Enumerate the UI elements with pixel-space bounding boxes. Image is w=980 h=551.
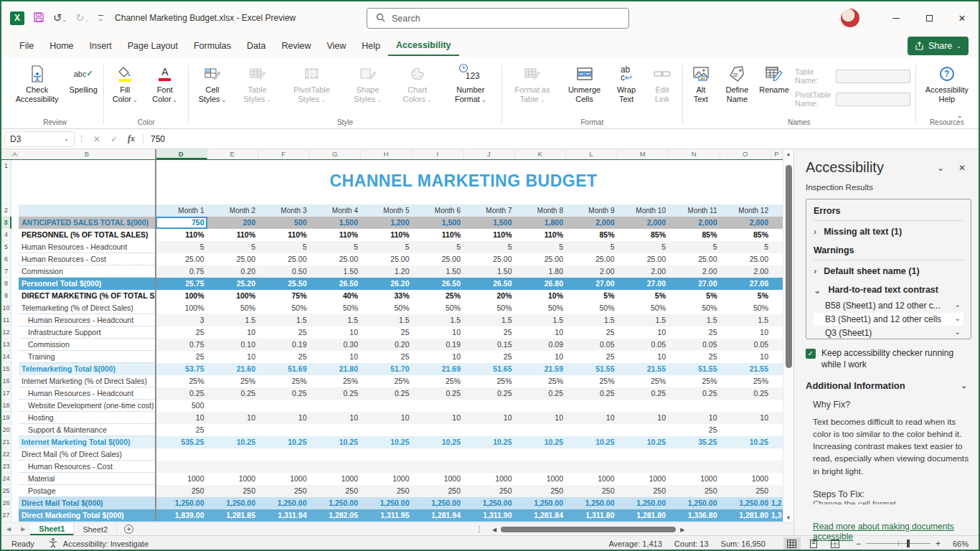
cell[interactable] [720, 448, 772, 461]
cell[interactable] [771, 326, 783, 339]
cell[interactable] [771, 448, 783, 461]
tab-home[interactable]: Home [42, 37, 81, 55]
column-header-H[interactable]: H [361, 149, 413, 159]
cell[interactable]: 10.25 [515, 436, 567, 448]
cell[interactable] [771, 339, 783, 351]
cell[interactable]: 10.25 [720, 436, 772, 448]
column-header-N[interactable]: N [669, 149, 720, 159]
cell[interactable]: 5 [310, 241, 362, 253]
cell[interactable]: 1,311.90 [463, 509, 515, 522]
cell[interactable]: 50% [669, 302, 720, 314]
tab-view[interactable]: View [319, 37, 354, 55]
row-label[interactable]: DIRECT MARKETING (% OF TOTAL SALES) [19, 290, 156, 302]
cell[interactable]: 1,250.00 [515, 497, 567, 509]
row-number-12[interactable]: 12 [1, 326, 11, 339]
cell[interactable]: 1,250.00 [156, 497, 207, 509]
cell[interactable]: 25.00 [566, 253, 618, 265]
cell[interactable]: 10 [413, 412, 464, 424]
cell[interactable]: 0.25 [258, 387, 310, 400]
cell[interactable]: 21.55 [618, 363, 669, 375]
cell[interactable]: 25.00 [618, 253, 669, 265]
cell[interactable] [669, 461, 720, 473]
close-button[interactable]: ✕ [946, 1, 979, 34]
cell[interactable]: 0.25 [463, 387, 515, 400]
cell[interactable]: 10 [515, 326, 567, 339]
cell[interactable]: 25 [463, 351, 515, 363]
cell[interactable]: 10 [720, 351, 772, 363]
tab-help[interactable]: Help [354, 37, 388, 55]
cell[interactable]: 75% [258, 290, 310, 302]
scroll-down-icon[interactable]: ▼ [783, 515, 793, 520]
cell[interactable]: 2,000 [618, 217, 669, 229]
cell[interactable]: 250 [413, 485, 464, 497]
cell[interactable]: 1000 [618, 473, 669, 485]
tab-formulas[interactable]: Formulas [186, 37, 239, 55]
cell[interactable]: 5% [566, 290, 618, 302]
cell[interactable] [11, 217, 19, 229]
spelling-button[interactable]: abc✓ Spelling [65, 63, 101, 96]
cell[interactable]: 10 [720, 326, 772, 339]
cell[interactable] [156, 448, 207, 461]
cell[interactable]: 25% [310, 375, 362, 387]
month-header-cell[interactable]: Month 4 [310, 204, 362, 217]
cell[interactable]: 1,500 [310, 217, 362, 229]
cell[interactable]: 1,282.05 [310, 509, 362, 522]
cell[interactable] [11, 436, 19, 448]
cell[interactable]: 10 [413, 351, 464, 363]
cell[interactable] [11, 412, 19, 424]
cell[interactable] [11, 204, 19, 217]
cell[interactable]: 1,200 [361, 217, 413, 229]
cell[interactable]: 25 [258, 351, 310, 363]
cell[interactable] [771, 485, 783, 497]
cell[interactable]: 40% [310, 290, 362, 302]
cell[interactable]: 25 [156, 326, 207, 339]
cell[interactable]: 85% [669, 229, 720, 241]
cell[interactable]: 0.25 [156, 387, 207, 400]
cell[interactable]: 0.25 [413, 387, 464, 400]
cell[interactable]: 1.5 [413, 314, 464, 326]
cell[interactable]: 25% [566, 375, 618, 387]
wrap-text-button[interactable]: abc↩ Wrap Text [608, 63, 644, 105]
collapse-ribbon-icon[interactable]: ⌃ [957, 115, 963, 123]
month-header-cell[interactable]: Month 11 [669, 204, 720, 217]
cell[interactable]: 110% [258, 229, 310, 241]
row-label[interactable]: Telemarketing (% of Direct Sales) [19, 302, 156, 314]
row-label[interactable]: Telemarketing Total $(000) [19, 363, 156, 375]
cell[interactable] [720, 424, 772, 436]
cell[interactable] [771, 461, 783, 473]
cell[interactable]: 250 [463, 485, 515, 497]
row-number-1[interactable]: 1 [1, 160, 11, 204]
chevron-down-icon[interactable]: ⌄ [955, 328, 961, 338]
tab-accessibility[interactable]: Accessibility [388, 36, 458, 56]
cell[interactable]: 27.00 [618, 278, 669, 290]
cell[interactable]: 0.15 [463, 339, 515, 351]
name-box[interactable]: D3 ⌄ [4, 131, 75, 147]
cell[interactable] [413, 400, 464, 412]
cell[interactable]: 5 [207, 241, 259, 253]
cell[interactable]: 0.25 [310, 387, 362, 400]
define-name-button[interactable]: Define Name [717, 63, 758, 105]
cell[interactable] [11, 314, 19, 326]
cell[interactable] [11, 497, 19, 509]
contrast-item[interactable]: B58 (Sheet1) and 12 other c... ⌄ [814, 299, 963, 312]
cell[interactable]: 1,250.00 [258, 497, 310, 509]
horizontal-scrollbar[interactable]: ◀ ▶ [492, 525, 722, 534]
cell[interactable] [771, 412, 783, 424]
cell[interactable] [11, 241, 19, 253]
cell[interactable]: 10 [258, 412, 310, 424]
cell[interactable]: 1,281.80 [618, 509, 669, 522]
cell[interactable] [515, 448, 567, 461]
check-accessibility-button[interactable]: Check Accessibility [9, 63, 65, 105]
cell[interactable] [669, 448, 720, 461]
cell[interactable]: 50% [207, 302, 259, 314]
cell[interactable]: 0.19 [413, 339, 464, 351]
cell[interactable] [310, 461, 362, 473]
cell[interactable]: 10 [515, 351, 567, 363]
cell[interactable]: 100% [156, 290, 207, 302]
cell[interactable]: 0.25 [515, 387, 567, 400]
cell[interactable]: 25% [463, 375, 515, 387]
cell[interactable]: 250 [515, 485, 567, 497]
cell[interactable] [771, 387, 783, 400]
warning-default-sheet-name[interactable]: › Default sheet name (1) [814, 266, 963, 276]
cell[interactable]: 26.20 [361, 278, 413, 290]
